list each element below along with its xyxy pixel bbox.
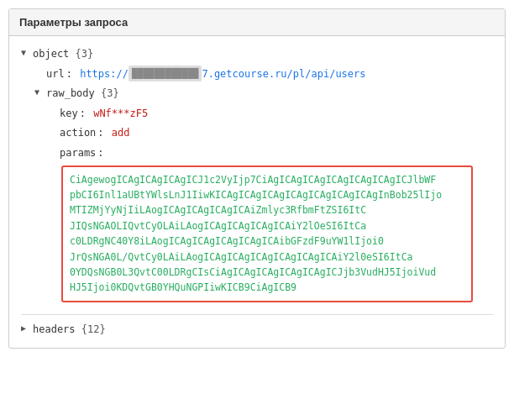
url-hidden: ████████████ (128, 66, 202, 82)
headers-row: ▶ headers {12} (21, 320, 493, 340)
panel-title: Параметры запроса (9, 9, 505, 36)
action-key: action (60, 124, 96, 143)
params-label-row: params : (48, 144, 493, 164)
headers-arrow[interactable]: ▶ (21, 321, 33, 336)
url-row: url : https://████████████7.getcourse.ru… (34, 65, 493, 85)
object-arrow[interactable]: ▼ (21, 45, 33, 60)
object-row: ▼ object {3} (21, 45, 493, 65)
params-line-4: JIQsNGAOLIQvtCyOLAiLAogICAgICAgICAgICAiY… (70, 220, 366, 232)
request-params-panel: Параметры запроса ▼ object {3} url : htt… (8, 8, 506, 349)
url-prefix: https:// (74, 66, 128, 84)
params-line-2: pbCI6Inl1aUBtYWlsLnJ1IiwKICAgICAgICAgICA… (70, 189, 442, 201)
headers-count: {12} (81, 321, 106, 339)
key-colon: : (80, 105, 86, 123)
raw-body-space (95, 85, 101, 103)
key-value: wNf***zF5 (87, 105, 148, 123)
key-value-text: wNf***zF5 (93, 108, 148, 119)
object-count: {3} (76, 45, 94, 64)
params-line-8: HJ5Ijoi0KDQvtGB0YHQuNGPIiwKICB9CiAgICB9 (70, 281, 296, 293)
url-hidden-text: ████████████ (132, 68, 198, 79)
url-colon: : (66, 66, 72, 84)
params-line-7: 0YDQsNGB0L3QvtC00LDRgCIsCiAgICAgICAgICAg… (70, 266, 436, 278)
action-value: add (106, 124, 130, 143)
params-key: params (60, 144, 96, 163)
panel-title-text: Параметры запроса (19, 16, 128, 29)
raw-body-label: raw_body (46, 85, 95, 103)
object-brace (69, 45, 75, 64)
key-row: key : wNf***zF5 (48, 104, 493, 124)
url-key: url (46, 66, 65, 84)
raw-body-count: {3} (101, 85, 119, 103)
panel-body: ▼ object {3} url : https://████████████7… (9, 36, 505, 348)
divider (21, 314, 493, 315)
params-line-3: MTIZMjYyNjIiLAogICAgICAgICAgICAiZmlyc3Rf… (70, 204, 366, 216)
raw-body-row: ▼ raw_body {3} (34, 84, 493, 104)
params-line-6: JrQsNGA0L/QvtCy0LAiLAogICAgICAgICAgICAgI… (70, 251, 413, 263)
object-label: object (33, 45, 69, 64)
action-value-text: add (112, 127, 130, 139)
url-prefix-text: https:// (80, 68, 128, 80)
action-row: action : add (48, 123, 493, 144)
headers-label: headers (33, 321, 76, 339)
params-line-5: c0LDRgNC40Y8iLAogICAgICAgICAgICAgICAibGF… (70, 235, 384, 247)
action-colon: : (97, 124, 103, 143)
params-block: CiAgewogICAgICAgICAgICJ1c2VyIjp7CiAgICAg… (61, 165, 473, 302)
params-line-1: CiAgewogICAgICAgICAgICJ1c2VyIjp7CiAgICAg… (70, 174, 436, 186)
url-suffix: 7.getcourse.ru/pl/api/users (202, 66, 365, 84)
headers-space (76, 321, 81, 339)
raw-body-arrow[interactable]: ▼ (34, 85, 46, 100)
key-key: key (60, 105, 78, 123)
spacer (21, 302, 493, 309)
params-colon: : (97, 144, 103, 163)
